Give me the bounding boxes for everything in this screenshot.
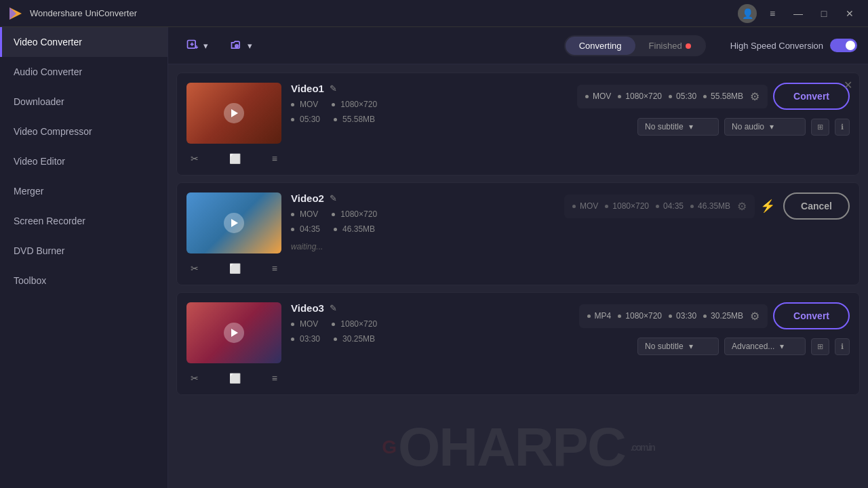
crop-button-3[interactable]: ⬜: [225, 371, 245, 385]
effects-button-2[interactable]: ≡: [268, 262, 281, 275]
video-meta-2b: 04:35 46.35MB: [291, 224, 555, 234]
thumb-tools-2: ✂ ⬜ ≡: [186, 262, 281, 275]
output-dur-2: 04:35: [656, 201, 684, 211]
play-button-3[interactable]: [224, 323, 244, 343]
video-card-1: ✕ ✂ ⬜ ≡ Video1 ✎: [176, 73, 860, 176]
video-list: ✕ ✂ ⬜ ≡ Video1 ✎: [168, 64, 868, 488]
meta-format-1: MOV: [291, 100, 318, 109]
video-info-1: Video1 ✎ MOV 1080×720: [291, 83, 568, 124]
video-info-2: Video2 ✎ MOV 1080×720: [291, 192, 555, 251]
info-btn-1[interactable]: ℹ: [835, 119, 850, 136]
tab-group: Converting Finished: [564, 35, 706, 56]
close-button[interactable]: ✕: [840, 6, 860, 21]
output-res-2: 1080×720: [605, 201, 649, 211]
convert-button-1[interactable]: Convert: [773, 83, 850, 110]
output-dur-1: 05:30: [669, 92, 696, 101]
sidebar-item-merger[interactable]: Merger: [0, 176, 167, 206]
subtitle-select-1[interactable]: No subtitle ▾: [637, 118, 719, 136]
app-container: Video Converter Audio Converter Download…: [0, 27, 868, 488]
sidebar-item-video-compressor[interactable]: Video Compressor: [0, 117, 167, 146]
high-speed-toggle[interactable]: [830, 39, 857, 52]
info-btn-3[interactable]: ℹ: [835, 338, 850, 355]
tab-finished[interactable]: Finished: [635, 37, 705, 55]
trim-button-2[interactable]: ✂: [186, 262, 203, 275]
trim-button-1[interactable]: ✂: [186, 152, 203, 165]
crop-button-2[interactable]: ⬜: [225, 262, 245, 275]
audio-chevron-3: ▾: [780, 342, 784, 351]
subtitle-merge-btn-1[interactable]: ⊞: [811, 119, 829, 136]
waiting-text-2: waiting...: [291, 242, 555, 251]
sidebar-item-toolbox[interactable]: Toolbox: [0, 266, 167, 296]
video-name-1: Video1: [291, 83, 324, 94]
output-format-1: MOV: [585, 92, 611, 101]
maximize-button[interactable]: □: [814, 6, 834, 21]
video-meta-2: MOV 1080×720: [291, 209, 555, 219]
sidebar-item-downloader[interactable]: Downloader: [0, 87, 167, 117]
effects-button-3[interactable]: ≡: [268, 371, 281, 385]
meta-size-1: 55.58MB: [334, 115, 375, 124]
output-dur-3: 03:30: [669, 311, 696, 321]
sidebar-item-screen-recorder[interactable]: Screen Recorder: [0, 206, 167, 236]
sidebar-item-audio-converter[interactable]: Audio Converter: [0, 57, 167, 87]
minimize-button[interactable]: —: [788, 6, 808, 21]
subtitle-merge-btn-3[interactable]: ⊞: [811, 338, 829, 355]
add-file-button[interactable]: ▾: [179, 35, 215, 56]
edit-icon-1[interactable]: ✎: [330, 83, 337, 94]
meta-dur-3: 03:30: [291, 334, 320, 344]
titlebar-controls: 👤 ≡ — □ ✕: [738, 4, 860, 23]
meta-res-3: 1080×720: [332, 319, 377, 329]
close-card-1-button[interactable]: ✕: [844, 80, 852, 91]
main-content: ▾ ▾ Converting Finished High Speed Conve…: [168, 27, 868, 488]
thumbnail-section-3: ✂ ⬜ ≡: [186, 302, 281, 385]
video-card-2: ✂ ⬜ ≡ Video2 ✎ MOV: [176, 182, 860, 285]
audio-select-1[interactable]: No audio ▾: [724, 118, 806, 136]
meta-size-2: 46.35MB: [334, 224, 375, 234]
user-avatar[interactable]: 👤: [738, 4, 757, 23]
app-title: Wondershare UniConverter: [30, 8, 137, 18]
titlebar-left: Wondershare UniConverter: [8, 6, 137, 21]
titlebar: Wondershare UniConverter 👤 ≡ — □ ✕: [0, 0, 868, 27]
menu-button[interactable]: ≡: [762, 6, 783, 21]
output-settings-gear-1[interactable]: ⚙: [750, 90, 760, 103]
edit-icon-2[interactable]: ✎: [330, 193, 337, 203]
add-folder-icon: [230, 39, 243, 52]
sidebar-item-dvd-burner[interactable]: DVD Burner: [0, 236, 167, 266]
audio-select-3[interactable]: Advanced... ▾: [724, 338, 806, 355]
subtitle-chevron-1: ▾: [689, 122, 693, 131]
convert-row-3: MP4 1080×720 03:30: [579, 302, 850, 329]
effects-button-1[interactable]: ≡: [268, 152, 281, 165]
meta-size-3: 30.25MB: [334, 334, 375, 344]
video-name-2: Video2: [291, 192, 324, 204]
flash-icon-2: ⚡: [760, 199, 775, 214]
meta-dur-1: 05:30: [291, 115, 320, 124]
play-button-2[interactable]: [224, 213, 244, 233]
add-folder-chevron: ▾: [248, 41, 252, 51]
toolbar: ▾ ▾ Converting Finished High Speed Conve…: [168, 27, 868, 64]
sidebar-item-video-editor[interactable]: Video Editor: [0, 146, 167, 176]
thumbnail-section-1: ✂ ⬜ ≡: [186, 83, 281, 165]
meta-dur-2: 04:35: [291, 224, 320, 234]
edit-icon-3[interactable]: ✎: [330, 303, 337, 313]
meta-res-2: 1080×720: [332, 209, 377, 219]
trim-button-3[interactable]: ✂: [186, 371, 203, 385]
tab-converting[interactable]: Converting: [566, 37, 635, 55]
sidebar-item-video-converter[interactable]: Video Converter: [0, 27, 167, 57]
convert-button-3[interactable]: Convert: [773, 302, 850, 329]
meta-res-1: 1080×720: [332, 100, 377, 109]
video-name-3: Video3: [291, 302, 324, 314]
output-settings-gear-3[interactable]: ⚙: [750, 310, 760, 323]
output-size-1: 55.58MB: [703, 92, 743, 101]
output-res-3: 1080×720: [618, 311, 662, 321]
play-button-1[interactable]: [224, 103, 244, 123]
crop-button-1[interactable]: ⬜: [225, 152, 245, 165]
output-settings-gear-2[interactable]: ⚙: [737, 200, 747, 213]
high-speed-label: High Speed Conversion: [730, 41, 823, 51]
subtitle-select-3[interactable]: No subtitle ▾: [637, 338, 719, 355]
cancel-button-2[interactable]: Cancel: [783, 192, 850, 220]
add-file-icon: [186, 39, 199, 52]
right-side-1: MOV 1080×720 05:30: [577, 83, 850, 136]
video-name-row-3: Video3 ✎: [291, 302, 570, 314]
thumbnail-3: [186, 302, 281, 363]
high-speed-toggle-group: High Speed Conversion: [730, 39, 857, 52]
add-folder-button[interactable]: ▾: [223, 35, 259, 56]
